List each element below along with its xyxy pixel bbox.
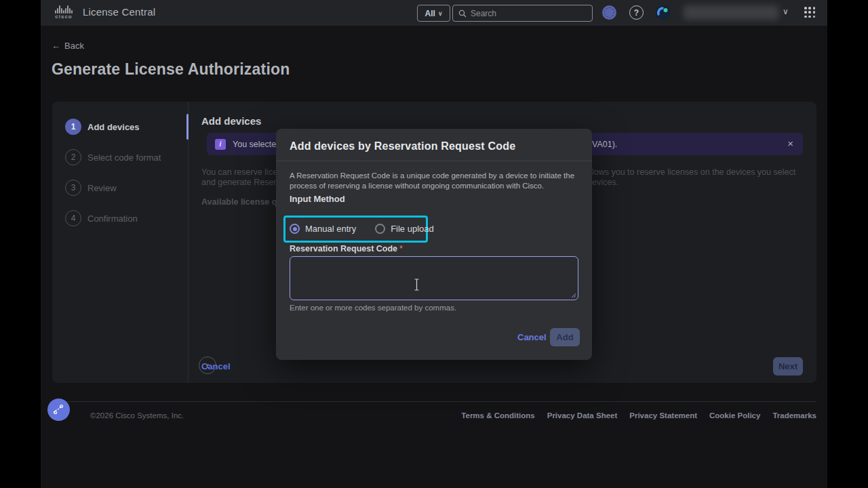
active-step-indicator	[186, 114, 189, 140]
radio-unselected-icon	[375, 224, 385, 234]
radio-label: File upload	[391, 224, 434, 234]
cisco-logo-icon: cisco	[52, 5, 76, 21]
username-redacted	[684, 5, 778, 20]
field-label-text: Reservation Request Code	[290, 244, 397, 253]
webex-icon[interactable]	[656, 5, 670, 20]
step-label: Review	[87, 183, 117, 193]
step-add-devices[interactable]: 1 Add devices	[65, 118, 184, 136]
walkthrough-button[interactable]	[47, 399, 70, 421]
search-scope-value: All	[425, 9, 435, 18]
footer-link-trademarks[interactable]: Trademarks	[772, 411, 816, 420]
footer-links: Terms & Conditions Privacy Data Sheet Pr…	[41, 411, 816, 420]
radio-manual-entry[interactable]: Manual entry	[290, 224, 356, 234]
wizard-cancel-link[interactable]: Cancel	[201, 361, 231, 371]
available-licenses-fragment: Available license qu	[201, 197, 282, 207]
search-icon	[458, 9, 467, 18]
banner-close-icon[interactable]: ×	[787, 138, 793, 149]
step-review[interactable]: 3 Review	[65, 179, 184, 197]
search-input[interactable]	[471, 9, 587, 18]
avatar-icon[interactable]	[602, 5, 616, 20]
footer-divider	[68, 401, 816, 402]
banner-text-left: You selected	[233, 140, 281, 149]
footer-link-terms[interactable]: Terms & Conditions	[461, 411, 534, 420]
footer-link-cookie-policy[interactable]: Cookie Policy	[709, 411, 760, 420]
textarea-helper-text: Enter one or more codes separated by com…	[290, 304, 456, 312]
radio-selected-icon	[290, 224, 300, 234]
route-icon	[52, 403, 65, 416]
search-box[interactable]	[452, 5, 593, 22]
modal-cancel-button[interactable]: Cancel	[517, 332, 547, 342]
section-title: Add devices	[201, 115, 261, 127]
reservation-code-textarea[interactable]	[290, 256, 578, 300]
step-label: Select code format	[87, 152, 161, 163]
cisco-logo-text: cisco	[52, 14, 76, 20]
stepper-divider	[188, 102, 189, 383]
step-label: Add devices	[87, 122, 140, 132]
input-method-radio-group: Manual entry File upload	[290, 224, 434, 234]
info-icon: i	[215, 139, 226, 150]
step-select-code-format[interactable]: 2 Select code format	[65, 148, 184, 166]
step-number: 4	[65, 210, 81, 226]
add-devices-modal: Add devices by Reservation Request Code …	[276, 129, 592, 360]
modal-description: A Reservation Request Code is a unique c…	[290, 171, 578, 191]
help-icon[interactable]: ?	[629, 5, 644, 20]
apps-grid-icon[interactable]	[804, 7, 816, 18]
back-link[interactable]: ← Back	[52, 41, 84, 51]
footer-link-privacy-data-sheet[interactable]: Privacy Data Sheet	[547, 411, 618, 420]
body-text-fragment: evices.	[592, 178, 618, 187]
chevron-down-icon: ∨	[438, 10, 443, 17]
radio-label: Manual entry	[305, 224, 356, 234]
radio-file-upload[interactable]: File upload	[375, 224, 434, 234]
reservation-code-label: Reservation Request Code*	[290, 244, 403, 253]
required-asterisk: *	[399, 244, 403, 253]
banner-text-right: VA01).	[592, 140, 617, 149]
app-title: License Central	[83, 6, 155, 18]
body-text-fragment: and generate Reserv	[201, 178, 281, 187]
webex-glyph	[656, 5, 670, 20]
back-arrow-icon: ←	[52, 41, 60, 51]
body-text-fragment: You can reserve lice	[201, 167, 277, 177]
app-window: cisco License Central All ∨ ? ∨	[41, 0, 827, 488]
step-label: Confirmation	[87, 214, 138, 224]
step-number: 3	[65, 180, 81, 196]
modal-title: Add devices by Reservation Request Code	[290, 140, 515, 152]
step-confirmation[interactable]: 4 Confirmation	[65, 209, 184, 227]
back-label: Back	[64, 41, 84, 51]
account-menu-chevron-icon[interactable]: ∨	[783, 7, 789, 16]
step-number: 2	[65, 149, 81, 165]
modal-add-button[interactable]: Add	[550, 328, 580, 346]
body-text-fragment: lows you to reserve licenses on the devi…	[592, 167, 795, 177]
input-method-label: Input Method	[290, 194, 345, 204]
modal-header-divider	[276, 161, 592, 161]
footer-link-privacy-statement[interactable]: Privacy Statement	[629, 411, 697, 420]
search-scope-dropdown[interactable]: All ∨	[417, 5, 450, 22]
step-number: 1	[65, 119, 81, 135]
top-header: cisco License Central All ∨ ? ∨	[41, 0, 827, 26]
page-title: Generate License Authorization	[52, 60, 290, 79]
next-button[interactable]: Next	[773, 357, 803, 375]
